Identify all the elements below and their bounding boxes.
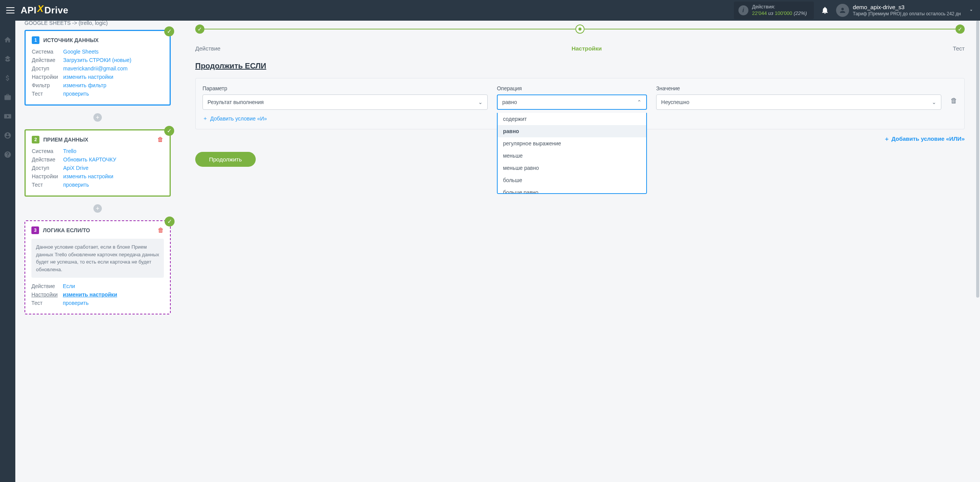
dest-system[interactable]: Trello xyxy=(63,148,77,154)
op-option-regex[interactable]: регулярное выражение xyxy=(498,137,646,150)
step-number-1: 1 xyxy=(32,36,39,44)
op-label: Операция xyxy=(497,85,647,91)
actions-label: Действия: xyxy=(752,4,807,10)
main-panel: ✓ ✓ Действие Настройки Тест Продолжить Е… xyxy=(180,21,980,482)
step-number-2: 2 xyxy=(32,136,39,143)
delete-condition-icon[interactable]: 🗑 xyxy=(951,97,957,105)
dest-access[interactable]: ApiX Drive xyxy=(63,165,88,171)
step-done-icon: ✓ xyxy=(956,24,965,34)
briefcase-icon[interactable] xyxy=(4,93,11,101)
logo-post: Drive xyxy=(44,5,69,16)
val-label: Значение xyxy=(656,85,941,91)
topbar: API X Drive i Действия: 22'044 из 100'00… xyxy=(0,0,980,21)
section-title: Продолжить ЕСЛИ xyxy=(195,62,965,70)
add-step-button-2[interactable]: + xyxy=(93,204,102,213)
user-icon[interactable] xyxy=(4,132,11,139)
breadcrumb: GOOGLE SHEETS -> (trello, logic) xyxy=(24,21,171,30)
chevron-up-icon: ⌃ xyxy=(637,99,642,105)
youtube-icon[interactable] xyxy=(4,112,11,120)
continue-button[interactable]: Продолжить xyxy=(195,152,256,167)
op-option-greater[interactable]: больше xyxy=(498,174,646,186)
step-done-icon: ✓ xyxy=(195,24,204,34)
logic-card[interactable]: ✓ 3 ЛОГИКА ЕСЛИ/ТО 🗑 Данное условие сраб… xyxy=(24,220,171,314)
actions-used: 22'044 xyxy=(752,10,767,16)
op-option-equals[interactable]: равно xyxy=(498,125,646,137)
add-step-button-1[interactable]: + xyxy=(93,113,102,122)
logic-settings[interactable]: изменить настройки xyxy=(63,291,117,298)
step-active-icon xyxy=(575,24,585,34)
card-title: ИСТОЧНИК ДАННЫХ xyxy=(43,37,163,43)
logo-pre: API xyxy=(21,5,37,16)
stepper: ✓ ✓ xyxy=(195,24,965,34)
card-title: ПРИЕМ ДАННЫХ xyxy=(43,137,154,143)
plus-icon: ＋ xyxy=(203,115,208,122)
dollar-icon[interactable] xyxy=(4,74,11,82)
trash-icon[interactable]: 🗑 xyxy=(157,136,163,143)
bell-icon[interactable] xyxy=(821,6,829,15)
avatar-icon xyxy=(836,4,849,17)
check-icon: ✓ xyxy=(165,217,175,226)
actions-counter[interactable]: i Действия: 22'044 из 100'000 (22%) xyxy=(734,2,814,19)
chevron-down-icon: ⌄ xyxy=(478,99,483,105)
check-icon: ✓ xyxy=(164,126,174,136)
dest-card[interactable]: ✓ 2 ПРИЕМ ДАННЫХ 🗑 СистемаTrello Действи… xyxy=(24,129,171,197)
plus-icon: ＋ xyxy=(884,135,890,142)
user-plan: Тариф |Премиум PRO| до оплаты осталось 2… xyxy=(853,11,961,17)
chevron-down-icon xyxy=(969,8,974,13)
op-select[interactable]: равно ⌃ xyxy=(497,94,647,110)
check-icon: ✓ xyxy=(164,26,174,36)
step-label-test[interactable]: Тест xyxy=(953,45,965,52)
param-select[interactable]: Результат выполнения ⌄ xyxy=(203,94,488,110)
source-action[interactable]: Загрузить СТРОКИ (новые) xyxy=(63,57,131,63)
source-filter[interactable]: изменить фильтр xyxy=(63,82,106,88)
chevron-down-icon: ⌄ xyxy=(932,99,936,105)
user-menu[interactable]: demo_apix-drive_s3 Тариф |Премиум PRO| д… xyxy=(836,3,974,17)
actions-limit: 100'000 xyxy=(775,10,792,16)
home-icon[interactable] xyxy=(4,36,11,44)
op-option-less[interactable]: меньше xyxy=(498,150,646,162)
logic-test[interactable]: проверить xyxy=(63,300,89,306)
source-settings[interactable]: изменить настройки xyxy=(63,74,113,80)
logo-x: X xyxy=(37,3,45,14)
op-option-less-eq[interactable]: меньше равно xyxy=(498,162,646,174)
logo[interactable]: API X Drive xyxy=(21,5,69,16)
trash-icon[interactable]: 🗑 xyxy=(158,227,164,234)
dest-settings[interactable]: изменить настройки xyxy=(63,173,113,179)
condition-box: Параметр Результат выполнения ⌄ Операция… xyxy=(195,78,965,129)
left-panel: GOOGLE SHEETS -> (trello, logic) ✓ 1 ИСТ… xyxy=(15,21,180,482)
info-icon: i xyxy=(738,5,748,15)
step-number-3: 3 xyxy=(31,226,39,234)
sitemap-icon[interactable] xyxy=(4,55,11,63)
source-test[interactable]: проверить xyxy=(63,91,89,97)
param-label: Параметр xyxy=(203,85,488,91)
step-label-settings[interactable]: Настройки xyxy=(572,45,602,52)
op-option-greater-eq[interactable]: больше равно xyxy=(498,186,646,194)
scrollbar[interactable] xyxy=(976,21,979,482)
source-system[interactable]: Google Sheets xyxy=(63,49,99,55)
menu-toggle[interactable] xyxy=(6,7,15,13)
step-label-action[interactable]: Действие xyxy=(195,45,220,52)
dest-action[interactable]: Обновить КАРТОЧКУ xyxy=(63,156,116,163)
sidebar xyxy=(0,21,15,482)
logic-info: Данное условие сработает, если в блоке П… xyxy=(31,239,164,278)
help-icon[interactable] xyxy=(4,151,11,158)
logic-action[interactable]: Если xyxy=(63,283,75,289)
val-select[interactable]: Неуспешно ⌄ xyxy=(656,94,941,110)
dest-test[interactable]: проверить xyxy=(63,182,89,188)
user-name: demo_apix-drive_s3 xyxy=(853,3,961,11)
op-option-contains[interactable]: содержит xyxy=(498,113,646,125)
source-card[interactable]: ✓ 1 ИСТОЧНИК ДАННЫХ СистемаGoogle Sheets… xyxy=(24,30,171,106)
actions-pct: (22%) xyxy=(792,10,807,16)
card-title: ЛОГИКА ЕСЛИ/ТО xyxy=(43,227,154,233)
op-dropdown: содержит равно регулярное выражение мень… xyxy=(497,113,647,194)
source-access[interactable]: maverickandrii@gmail.com xyxy=(63,65,127,72)
